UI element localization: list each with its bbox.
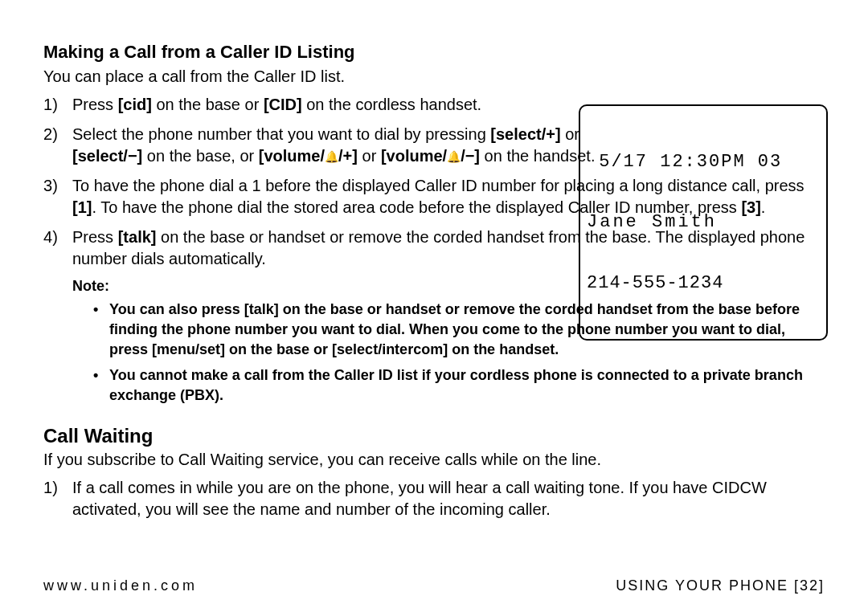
step-3: To have the phone dial a 1 before the di… <box>43 175 825 218</box>
notes-list: You can also press [talk] on the base or… <box>93 300 825 406</box>
step-2: Select the phone number that you want to… <box>43 124 825 167</box>
bell-icon: 🔔 <box>447 149 461 165</box>
section-heading-caller-id: Making a Call from a Caller ID Listing <box>43 42 825 63</box>
footer-url: www.uniden.com <box>43 577 198 594</box>
section-heading-call-waiting: Call Waiting <box>43 425 825 447</box>
call-waiting-intro: If you subscribe to Call Waiting service… <box>43 451 825 469</box>
note-2: You cannot make a call from the Caller I… <box>93 365 825 406</box>
step-4: Press [talk] on the base or handset or r… <box>43 226 825 270</box>
section-intro: You can place a call from the Caller ID … <box>43 67 825 86</box>
cw-step-1: If a call comes in while you are on the … <box>43 477 825 520</box>
note-1: You can also press [talk] on the base or… <box>93 300 825 361</box>
step-1: Press [cid] on the base or [CID] on the … <box>43 94 825 116</box>
bell-icon: 🔔 <box>325 149 338 165</box>
footer-section: USING YOUR PHONE [32] <box>616 577 825 594</box>
page: Making a Call from a Caller ID Listing Y… <box>0 0 868 612</box>
call-waiting-steps: If a call comes in while you are on the … <box>43 477 825 520</box>
footer: www.uniden.com USING YOUR PHONE [32] <box>43 577 825 594</box>
lcd-line-number: 214-555-1234 <box>587 273 820 293</box>
